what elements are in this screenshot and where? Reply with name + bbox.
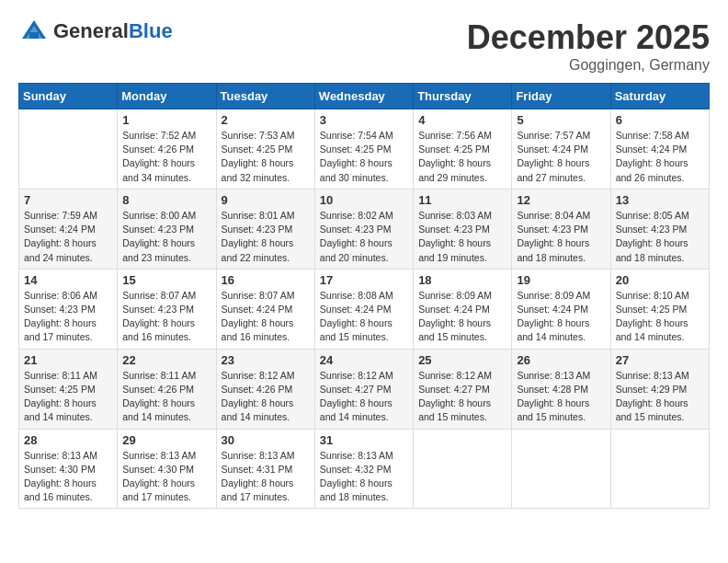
weekday-header-cell: Sunday <box>19 84 118 109</box>
calendar-day-cell: 23Sunrise: 8:12 AM Sunset: 4:26 PM Dayli… <box>216 349 314 429</box>
day-number: 29 <box>122 433 210 447</box>
calendar-week-row: 14Sunrise: 8:06 AM Sunset: 4:23 PM Dayli… <box>19 269 710 349</box>
calendar-week-row: 21Sunrise: 8:11 AM Sunset: 4:25 PM Dayli… <box>19 349 710 429</box>
day-info: Sunrise: 8:11 AM Sunset: 4:25 PM Dayligh… <box>24 369 112 425</box>
day-number: 3 <box>320 113 408 127</box>
day-number: 7 <box>24 193 112 207</box>
calendar-day-cell: 6Sunrise: 7:58 AM Sunset: 4:24 PM Daylig… <box>610 109 709 190</box>
day-info: Sunrise: 8:02 AM Sunset: 4:23 PM Dayligh… <box>320 209 408 265</box>
day-number: 20 <box>616 273 704 287</box>
day-info: Sunrise: 8:13 AM Sunset: 4:30 PM Dayligh… <box>122 449 210 505</box>
calendar-day-cell: 15Sunrise: 8:07 AM Sunset: 4:23 PM Dayli… <box>118 269 216 349</box>
calendar-day-cell: 2Sunrise: 7:53 AM Sunset: 4:25 PM Daylig… <box>216 109 314 190</box>
day-number: 11 <box>418 193 506 207</box>
day-number: 8 <box>122 193 210 207</box>
calendar-day-cell: 9Sunrise: 8:01 AM Sunset: 4:23 PM Daylig… <box>216 189 314 269</box>
day-info: Sunrise: 7:54 AM Sunset: 4:25 PM Dayligh… <box>320 129 408 185</box>
day-info: Sunrise: 8:13 AM Sunset: 4:30 PM Dayligh… <box>24 449 112 505</box>
calendar-day-cell: 26Sunrise: 8:13 AM Sunset: 4:28 PM Dayli… <box>512 349 610 429</box>
logo-icon <box>18 18 50 44</box>
day-info: Sunrise: 8:13 AM Sunset: 4:29 PM Dayligh… <box>616 369 704 425</box>
calendar-week-row: 28Sunrise: 8:13 AM Sunset: 4:30 PM Dayli… <box>19 429 710 509</box>
day-number: 19 <box>517 273 605 287</box>
day-info: Sunrise: 7:56 AM Sunset: 4:25 PM Dayligh… <box>418 129 506 185</box>
day-info: Sunrise: 8:13 AM Sunset: 4:28 PM Dayligh… <box>517 369 605 425</box>
day-info: Sunrise: 8:07 AM Sunset: 4:23 PM Dayligh… <box>122 289 210 345</box>
day-number: 9 <box>222 193 310 207</box>
calendar-day-cell: 8Sunrise: 8:00 AM Sunset: 4:23 PM Daylig… <box>118 189 216 269</box>
calendar-day-cell: 13Sunrise: 8:05 AM Sunset: 4:23 PM Dayli… <box>610 189 709 269</box>
calendar-day-cell: 17Sunrise: 8:08 AM Sunset: 4:24 PM Dayli… <box>314 269 413 349</box>
day-info: Sunrise: 8:08 AM Sunset: 4:24 PM Dayligh… <box>320 289 408 345</box>
day-info: Sunrise: 8:10 AM Sunset: 4:25 PM Dayligh… <box>616 289 704 345</box>
weekday-header-cell: Thursday <box>414 84 512 109</box>
day-info: Sunrise: 8:12 AM Sunset: 4:27 PM Dayligh… <box>320 369 408 425</box>
day-number: 1 <box>122 113 210 127</box>
calendar-day-cell: 5Sunrise: 7:57 AM Sunset: 4:24 PM Daylig… <box>512 109 610 190</box>
day-number: 31 <box>320 433 408 447</box>
day-info: Sunrise: 8:01 AM Sunset: 4:23 PM Dayligh… <box>222 209 310 265</box>
day-number: 13 <box>616 193 704 207</box>
weekday-header-cell: Tuesday <box>216 84 314 109</box>
calendar-body: 1Sunrise: 7:52 AM Sunset: 4:26 PM Daylig… <box>19 109 710 509</box>
calendar-day-cell: 20Sunrise: 8:10 AM Sunset: 4:25 PM Dayli… <box>610 269 709 349</box>
day-number: 10 <box>320 193 408 207</box>
day-number: 21 <box>24 353 112 367</box>
day-number: 22 <box>122 353 210 367</box>
day-number: 2 <box>222 113 310 127</box>
day-number: 4 <box>418 113 506 127</box>
calendar-header-row: SundayMondayTuesdayWednesdayThursdayFrid… <box>19 84 710 109</box>
day-number: 5 <box>517 113 605 127</box>
calendar-day-cell <box>512 429 610 509</box>
day-number: 23 <box>222 353 310 367</box>
day-info: Sunrise: 8:00 AM Sunset: 4:23 PM Dayligh… <box>122 209 210 265</box>
calendar-day-cell <box>19 109 118 190</box>
day-info: Sunrise: 7:58 AM Sunset: 4:24 PM Dayligh… <box>616 129 704 185</box>
calendar-day-cell: 10Sunrise: 8:02 AM Sunset: 4:23 PM Dayli… <box>314 189 413 269</box>
day-info: Sunrise: 8:13 AM Sunset: 4:31 PM Dayligh… <box>222 449 310 505</box>
day-info: Sunrise: 7:57 AM Sunset: 4:24 PM Dayligh… <box>517 129 605 185</box>
calendar-day-cell: 29Sunrise: 8:13 AM Sunset: 4:30 PM Dayli… <box>118 429 216 509</box>
logo-text: GeneralBlue <box>53 21 173 41</box>
day-info: Sunrise: 8:03 AM Sunset: 4:23 PM Dayligh… <box>418 209 506 265</box>
day-info: Sunrise: 8:07 AM Sunset: 4:24 PM Dayligh… <box>222 289 310 345</box>
calendar-week-row: 1Sunrise: 7:52 AM Sunset: 4:26 PM Daylig… <box>19 109 710 190</box>
calendar-day-cell: 1Sunrise: 7:52 AM Sunset: 4:26 PM Daylig… <box>118 109 216 190</box>
calendar-day-cell <box>610 429 709 509</box>
calendar-day-cell <box>414 429 512 509</box>
weekday-header-cell: Saturday <box>610 84 709 109</box>
day-info: Sunrise: 7:59 AM Sunset: 4:24 PM Dayligh… <box>24 209 112 265</box>
day-info: Sunrise: 8:11 AM Sunset: 4:26 PM Dayligh… <box>122 369 210 425</box>
calendar-day-cell: 24Sunrise: 8:12 AM Sunset: 4:27 PM Dayli… <box>314 349 413 429</box>
calendar-day-cell: 21Sunrise: 8:11 AM Sunset: 4:25 PM Dayli… <box>19 349 118 429</box>
day-number: 27 <box>616 353 704 367</box>
calendar-day-cell: 11Sunrise: 8:03 AM Sunset: 4:23 PM Dayli… <box>414 189 512 269</box>
calendar-day-cell: 18Sunrise: 8:09 AM Sunset: 4:24 PM Dayli… <box>414 269 512 349</box>
day-number: 28 <box>24 433 112 447</box>
day-info: Sunrise: 8:09 AM Sunset: 4:24 PM Dayligh… <box>517 289 605 345</box>
day-info: Sunrise: 7:53 AM Sunset: 4:25 PM Dayligh… <box>222 129 310 185</box>
month-title: December 2025 <box>467 18 710 57</box>
weekday-header-cell: Monday <box>118 84 216 109</box>
calendar-table: SundayMondayTuesdayWednesdayThursdayFrid… <box>18 83 710 509</box>
day-info: Sunrise: 8:06 AM Sunset: 4:23 PM Dayligh… <box>24 289 112 345</box>
logo: GeneralBlue <box>18 18 173 44</box>
day-number: 30 <box>222 433 310 447</box>
calendar-day-cell: 14Sunrise: 8:06 AM Sunset: 4:23 PM Dayli… <box>19 269 118 349</box>
day-info: Sunrise: 8:12 AM Sunset: 4:26 PM Dayligh… <box>222 369 310 425</box>
day-number: 25 <box>418 353 506 367</box>
calendar-day-cell: 12Sunrise: 8:04 AM Sunset: 4:23 PM Dayli… <box>512 189 610 269</box>
weekday-header-cell: Friday <box>512 84 610 109</box>
day-number: 24 <box>320 353 408 367</box>
page-header: GeneralBlue December 2025 Goggingen, Ger… <box>18 18 710 74</box>
day-number: 6 <box>616 113 704 127</box>
day-number: 12 <box>517 193 605 207</box>
day-number: 14 <box>24 273 112 287</box>
calendar-day-cell: 28Sunrise: 8:13 AM Sunset: 4:30 PM Dayli… <box>19 429 118 509</box>
calendar-day-cell: 27Sunrise: 8:13 AM Sunset: 4:29 PM Dayli… <box>610 349 709 429</box>
calendar-day-cell: 31Sunrise: 8:13 AM Sunset: 4:32 PM Dayli… <box>314 429 413 509</box>
calendar-day-cell: 7Sunrise: 7:59 AM Sunset: 4:24 PM Daylig… <box>19 189 118 269</box>
calendar-day-cell: 3Sunrise: 7:54 AM Sunset: 4:25 PM Daylig… <box>314 109 413 190</box>
calendar-day-cell: 22Sunrise: 8:11 AM Sunset: 4:26 PM Dayli… <box>118 349 216 429</box>
day-number: 17 <box>320 273 408 287</box>
